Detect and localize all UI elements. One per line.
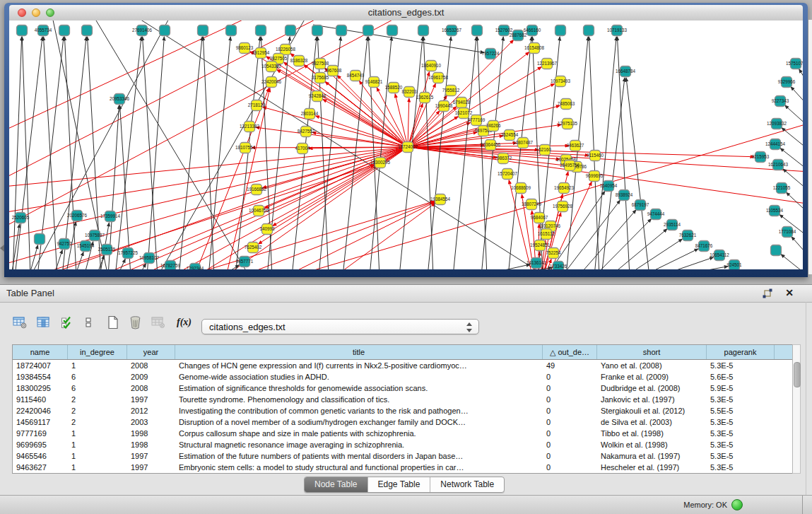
create-table-icon[interactable]: [107, 315, 119, 330]
table-cell[interactable]: Hescheler et al. (1997): [597, 462, 707, 473]
table-cell[interactable]: 5.3E-5: [707, 394, 775, 405]
float-window-icon[interactable]: [763, 288, 772, 298]
table-cell[interactable]: 49: [543, 360, 597, 371]
table-cell[interactable]: 1: [68, 462, 127, 473]
tab-node-table[interactable]: Node Table: [305, 477, 367, 492]
table-cell[interactable]: de Silva et al. (2003): [597, 416, 707, 428]
table-cell[interactable]: 1: [68, 450, 127, 462]
table-cell[interactable]: 6: [68, 382, 127, 394]
network-view[interactable]: 4055734276914061665326715276026466160107…: [9, 21, 803, 269]
table-cell[interactable]: 0: [543, 416, 597, 428]
table-cell[interactable]: 1998: [127, 428, 175, 439]
table-cell[interactable]: 9115460: [13, 394, 68, 405]
table-cell[interactable]: 2: [68, 416, 127, 428]
table-cell[interactable]: 1: [68, 428, 127, 439]
network-node[interactable]: [256, 25, 266, 36]
network-node[interactable]: [312, 25, 323, 36]
table-cell[interactable]: 1998: [127, 439, 175, 450]
table-row[interactable]: 2242004622012Investigating the contribut…: [13, 405, 793, 416]
column-header-pagerank[interactable]: pagerank: [707, 345, 775, 359]
close-panel-icon[interactable]: ✕: [785, 287, 794, 298]
table-cell[interactable]: 2: [68, 405, 127, 416]
table-cell[interactable]: Nakamura et al. (1997): [597, 450, 707, 462]
network-node[interactable]: [336, 25, 347, 36]
table-cell[interactable]: 5.3E-5: [707, 462, 775, 473]
network-window-titlebar[interactable]: citations_edges.txt: [9, 5, 803, 21]
column-header-year[interactable]: year: [127, 345, 175, 359]
table-cell[interactable]: 5.3E-5: [707, 428, 775, 439]
table-cell[interactable]: 9465546: [13, 450, 68, 462]
table-cell[interactable]: Yano et al. (2008): [597, 360, 707, 371]
network-node[interactable]: [59, 25, 70, 36]
table-cell[interactable]: 9463627: [13, 462, 68, 473]
tab-edge-table[interactable]: Edge Table: [367, 477, 430, 492]
network-node[interactable]: [387, 25, 398, 36]
table-cell[interactable]: 22420046: [13, 405, 68, 416]
table-cell[interactable]: Structural magnetic resonance image aver…: [175, 439, 543, 450]
table-cell[interactable]: Disruption of a novel member of a sodium…: [175, 416, 543, 428]
network-node[interactable]: [472, 25, 483, 36]
show-columns-icon[interactable]: [37, 315, 50, 330]
table-cell[interactable]: 0: [543, 405, 597, 416]
network-node[interactable]: [286, 25, 296, 36]
table-cell[interactable]: 2009: [127, 371, 175, 382]
table-cell[interactable]: Wolkin et al. (1998): [597, 439, 707, 450]
network-canvas-svg[interactable]: 4055734276914061665326715276026466160107…: [9, 21, 803, 269]
table-cell[interactable]: Changes of HCN gene expression and I(f) …: [175, 360, 543, 371]
table-row[interactable]: 1938455462009Genome-wide association stu…: [13, 371, 793, 382]
table-cell[interactable]: 1: [68, 360, 127, 371]
table-cell[interactable]: 1: [68, 439, 127, 450]
table-scrollbar[interactable]: [792, 344, 801, 474]
table-row[interactable]: 946362711997Embryonic stem cells: a mode…: [13, 462, 793, 473]
table-cell[interactable]: Stergiakouli et al. (2012): [597, 405, 707, 416]
table-cell[interactable]: Genome-wide association studies in ADHD.: [175, 371, 543, 382]
table-cell[interactable]: 5.3E-5: [707, 416, 775, 428]
table-scrollbar-thumb[interactable]: [794, 362, 801, 387]
table-cell[interactable]: 0: [543, 382, 597, 394]
memory-status-indicator[interactable]: [731, 499, 743, 510]
table-cell[interactable]: 0: [543, 371, 597, 382]
table-cell[interactable]: Franke et al. (2009): [597, 371, 707, 382]
table-cell[interactable]: 5.9E-5: [707, 382, 775, 394]
table-cell[interactable]: Tibbo et al. (1998): [597, 428, 707, 439]
table-cell[interactable]: 5.3E-5: [707, 450, 775, 462]
table-cell[interactable]: 0: [543, 394, 597, 405]
select-rows-icon[interactable]: [61, 315, 73, 330]
delete-table-icon[interactable]: [129, 315, 142, 330]
table-cell[interactable]: 9777169: [13, 428, 68, 439]
table-cell[interactable]: Estimation of significance thresholds fo…: [175, 382, 543, 394]
network-node[interactable]: [771, 245, 782, 256]
network-node[interactable]: [160, 25, 170, 36]
panel-collapse-arrow-icon[interactable]: [0, 245, 4, 252]
table-panel-header[interactable]: Table Panel ✕: [0, 285, 812, 303]
column-header-title[interactable]: title: [175, 345, 543, 359]
table-cell[interactable]: 0: [543, 439, 597, 450]
table-cell[interactable]: 14569117: [13, 416, 68, 428]
table-cell[interactable]: 0: [543, 428, 597, 439]
table-cell[interactable]: 2008: [127, 360, 175, 371]
network-node[interactable]: [35, 234, 45, 245]
table-cell[interactable]: 2012: [127, 405, 175, 416]
network-node[interactable]: [418, 25, 429, 36]
table-row[interactable]: 1872400712008Changes of HCN gene express…: [13, 360, 793, 371]
table-cell[interactable]: Dudbridge et al. (2008): [597, 382, 707, 394]
table-row[interactable]: 969969511998Structural magnetic resonanc…: [13, 439, 793, 450]
table-row[interactable]: 1456911722003Disruption of a novel membe…: [13, 416, 793, 428]
table-cell[interactable]: 5.5E-5: [707, 405, 775, 416]
table-cell[interactable]: 0: [543, 462, 597, 473]
column-header-short[interactable]: short: [597, 345, 707, 359]
table-row[interactable]: 911546021997Tourette syndrome. Phenomeno…: [13, 394, 793, 405]
table-cell[interactable]: 1997: [127, 394, 175, 405]
table-selector-dropdown[interactable]: citations_edges.txt: [201, 319, 479, 334]
network-node[interactable]: [198, 25, 208, 36]
table-cell[interactable]: 19384554: [13, 371, 68, 382]
table-cell[interactable]: 1997: [127, 462, 175, 473]
table-cell[interactable]: 9699695: [13, 439, 68, 450]
network-node[interactable]: [82, 25, 93, 36]
network-node[interactable]: [363, 25, 374, 36]
row-height-icon[interactable]: [84, 315, 93, 330]
table-cell[interactable]: 1997: [127, 450, 175, 462]
table-cell[interactable]: Embryonic stem cells: a model to study s…: [175, 462, 543, 473]
column-header-out_de[interactable]: △ out_de…: [543, 345, 597, 359]
table-cell[interactable]: 2: [68, 394, 127, 405]
